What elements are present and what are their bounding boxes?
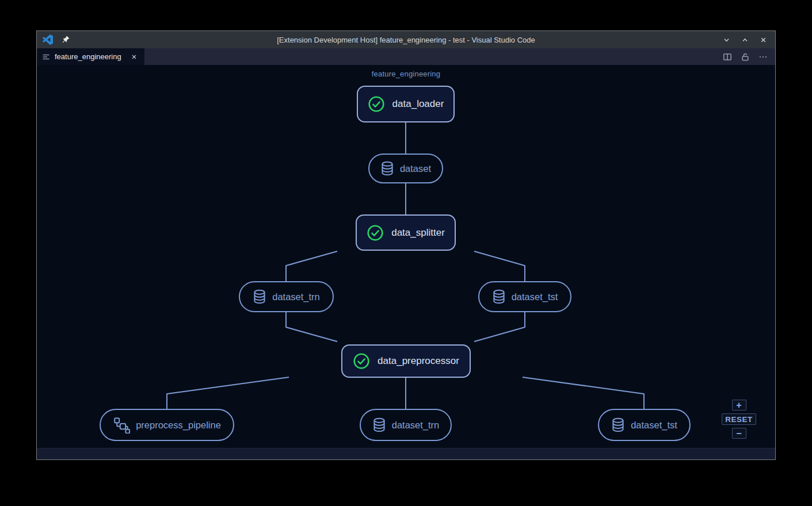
desktop-background: [Extension Development Host] feature_eng… xyxy=(0,0,812,506)
pipeline-canvas[interactable]: feature_engineering xyxy=(37,65,775,448)
edge-data_preprocessor-dataset_tst_out xyxy=(523,377,644,409)
pin-icon[interactable] xyxy=(61,35,70,44)
ellipsis-icon xyxy=(758,52,768,62)
node-data-loader[interactable]: data_loader xyxy=(357,86,455,122)
zoom-in-button[interactable]: + xyxy=(732,400,746,411)
database-icon xyxy=(492,289,506,304)
zoom-controls: + RESET − xyxy=(720,400,757,439)
node-label: dataset_trn xyxy=(392,420,440,431)
edge-dataset_tst-data_preprocessor xyxy=(474,312,525,342)
pipeline-icon xyxy=(113,416,130,434)
database-icon xyxy=(253,289,266,304)
window-maximize-button[interactable] xyxy=(738,33,751,46)
node-dataset-tst-output[interactable]: dataset_tst xyxy=(598,409,691,441)
split-editor-icon xyxy=(723,52,732,62)
node-label: dataset xyxy=(400,163,431,174)
edge-data_splitter-dataset_tst xyxy=(474,251,525,281)
database-icon xyxy=(380,161,394,176)
window-close-button[interactable] xyxy=(757,33,769,46)
split-editor-button[interactable] xyxy=(723,52,732,62)
node-label: dataset_trn xyxy=(272,292,320,302)
vscode-logo-icon xyxy=(43,34,53,45)
node-dataset-trn-output[interactable]: dataset_trn xyxy=(360,409,452,441)
titlebar-right xyxy=(535,33,769,46)
editor-actions xyxy=(723,48,775,65)
node-label: dataset_tst xyxy=(512,292,558,302)
outline-icon xyxy=(42,53,50,61)
node-label: preprocess_pipeline xyxy=(136,420,221,431)
unlock-button[interactable] xyxy=(741,52,750,62)
node-label: dataset_tst xyxy=(631,420,677,431)
tab-feature-engineering[interactable]: feature_engineering xyxy=(37,48,144,65)
zoom-reset-button[interactable]: RESET xyxy=(722,413,756,425)
tab-bar: feature_engineering xyxy=(37,48,775,65)
node-dataset-tst[interactable]: dataset_tst xyxy=(478,281,571,312)
tab-label: feature_engineering xyxy=(55,52,124,61)
node-label: data_loader xyxy=(392,98,444,110)
chevron-down-icon xyxy=(723,36,730,44)
tab-close-button[interactable] xyxy=(129,52,139,62)
database-icon xyxy=(372,417,386,432)
close-icon xyxy=(131,53,138,60)
unlock-icon xyxy=(741,52,750,62)
zoom-out-button[interactable]: − xyxy=(732,428,746,439)
edge-dataset_trn-data_preprocessor xyxy=(286,312,337,342)
node-preprocess-pipeline[interactable]: preprocess_pipeline xyxy=(100,409,234,441)
more-actions-button[interactable] xyxy=(758,52,768,62)
success-check-icon xyxy=(353,352,370,370)
node-data-preprocessor[interactable]: data_preprocessor xyxy=(341,344,471,378)
status-bar xyxy=(37,448,775,459)
window-minimize-button[interactable] xyxy=(720,33,733,46)
node-dataset-trn[interactable]: dataset_trn xyxy=(239,281,334,312)
node-label: data_splitter xyxy=(391,227,445,239)
node-dataset[interactable]: dataset xyxy=(368,154,443,183)
node-data-splitter[interactable]: data_splitter xyxy=(356,214,456,251)
edge-data_preprocessor-preprocess_pipeline xyxy=(167,377,289,409)
success-check-icon xyxy=(368,95,385,113)
window-title: [Extension Development Host] feature_eng… xyxy=(277,36,535,44)
success-check-icon xyxy=(367,224,384,241)
vscode-window: [Extension Development Host] feature_eng… xyxy=(36,30,776,460)
node-label: data_preprocessor xyxy=(378,355,459,367)
titlebar: [Extension Development Host] feature_eng… xyxy=(37,31,775,48)
database-icon xyxy=(611,417,625,432)
titlebar-left xyxy=(43,34,277,45)
chevron-up-icon xyxy=(741,36,749,44)
close-icon xyxy=(760,36,767,44)
edge-data_splitter-dataset_trn xyxy=(286,251,337,281)
